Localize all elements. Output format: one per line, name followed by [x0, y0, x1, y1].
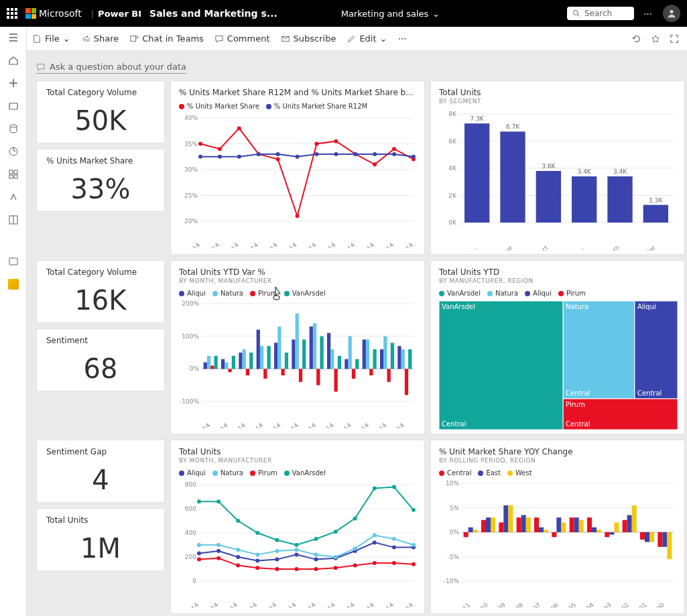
plus-icon[interactable] [8, 78, 19, 88]
kpi-tile[interactable]: Total Category Volume50K [36, 80, 165, 143]
page-selector[interactable]: Marketing and sales ⌄ [341, 9, 440, 19]
learn-icon[interactable] [8, 214, 19, 225]
svg-text:P-00: P-00 [651, 601, 666, 608]
favorite-icon[interactable] [651, 34, 660, 44]
svg-rect-86 [643, 205, 668, 223]
svg-text:Jul-14: Jul-14 [300, 601, 317, 608]
data-hub-icon[interactable] [8, 123, 19, 134]
file-menu[interactable]: File⌄ [32, 34, 70, 44]
svg-rect-278 [503, 505, 508, 532]
svg-point-53 [276, 152, 280, 156]
svg-rect-116 [310, 326, 313, 369]
more-icon[interactable]: ⋯ [398, 34, 408, 44]
svg-text:8K: 8K [448, 111, 457, 117]
svg-rect-159 [439, 301, 563, 430]
workspaces-icon[interactable] [8, 256, 19, 267]
svg-point-58 [373, 152, 377, 156]
svg-text:P-08: P-08 [510, 601, 524, 608]
svg-text:P-07: P-07 [528, 601, 542, 608]
svg-rect-293 [561, 522, 566, 532]
svg-point-237 [353, 516, 357, 520]
svg-text:Nov-14: Nov-14 [368, 422, 388, 428]
chat-teams-button[interactable]: Chat in Teams [129, 34, 204, 44]
svg-text:1.3K: 1.3K [649, 197, 663, 204]
goals-icon[interactable] [8, 146, 19, 157]
svg-rect-137 [263, 369, 267, 379]
app-launcher-icon[interactable] [7, 8, 17, 19]
svg-point-4 [10, 125, 17, 127]
svg-text:600: 600 [185, 505, 196, 512]
svg-rect-154 [355, 359, 359, 369]
svg-rect-8 [9, 175, 13, 178]
svg-rect-157 [408, 349, 412, 369]
kpi-tile[interactable]: Total Category Volume16K [36, 260, 165, 323]
svg-rect-290 [508, 505, 513, 532]
svg-point-222 [294, 567, 298, 571]
svg-text:Aug-14: Aug-14 [316, 601, 336, 608]
svg-text:Sep-14: Sep-14 [333, 422, 353, 428]
user-avatar[interactable] [663, 5, 680, 22]
svg-point-49 [198, 155, 202, 159]
kpi-tile[interactable]: Total Units1M [36, 508, 165, 571]
svg-point-43 [314, 142, 318, 146]
svg-point-60 [412, 155, 416, 159]
chart-svg: -10%-5%0%5%10%P-11P-10P-09P-08P-07P-06P-… [439, 481, 678, 608]
tile-market-share-line[interactable]: % Units Market Share R12M and % Units Ma… [170, 80, 425, 255]
tile-segment-bar[interactable]: Total Units BY SEGMENT 0K2K4K6K8K7.3KPro… [430, 80, 685, 255]
svg-point-223 [314, 567, 318, 571]
svg-text:Jan-14: Jan-14 [182, 241, 201, 248]
tile-yoy[interactable]: % Unit Market Share YOY Change BY ROLLIN… [430, 440, 685, 614]
svg-rect-135 [229, 369, 232, 372]
browse-icon[interactable] [8, 101, 19, 111]
svg-point-211 [314, 552, 318, 556]
tile-treemap[interactable]: Total Units YTD BY MANUFACTURER, REGION … [430, 260, 685, 434]
tile-ytd-var[interactable]: Total Units YTD Var % BY MONTH, MANUFACT… [170, 260, 425, 434]
svg-text:Mar-14: Mar-14 [221, 241, 240, 248]
svg-rect-155 [373, 349, 376, 369]
svg-text:May-14: May-14 [257, 601, 278, 608]
hamburger-icon[interactable] [8, 32, 19, 43]
svg-line-1 [578, 15, 580, 17]
svg-point-51 [237, 155, 241, 159]
svg-rect-156 [391, 343, 394, 369]
svg-rect-298 [649, 532, 654, 542]
edit-button[interactable]: Edit⌄ [347, 34, 387, 44]
svg-point-217 [197, 558, 201, 562]
powerbi-workspace-icon[interactable] [8, 279, 19, 290]
svg-point-193 [197, 552, 201, 556]
svg-rect-292 [544, 530, 548, 532]
svg-text:Regular: Regular [635, 244, 657, 251]
svg-point-232 [255, 531, 259, 535]
share-button[interactable]: Share [81, 34, 119, 44]
comment-button[interactable]: Comment [214, 34, 270, 44]
kpi-tile[interactable]: % Units Market Share33% [36, 149, 165, 212]
kpi-tile[interactable]: Sentiment68 [36, 328, 165, 391]
deployment-icon[interactable] [8, 192, 19, 202]
qa-input[interactable]: Ask a question about your data [36, 60, 186, 74]
global-search[interactable]: Search [567, 7, 634, 20]
svg-rect-123 [225, 363, 228, 369]
subscribe-button[interactable]: Subscribe [281, 34, 336, 44]
svg-rect-110 [204, 363, 207, 369]
fullscreen-icon[interactable] [670, 34, 679, 44]
home-icon[interactable] [8, 55, 19, 66]
svg-rect-266 [499, 522, 503, 532]
more-icon[interactable]: ⋯ [643, 9, 653, 19]
apps-icon[interactable] [8, 169, 19, 180]
svg-text:Nov-14: Nov-14 [375, 601, 395, 608]
svg-text:Apr-14: Apr-14 [246, 422, 265, 428]
svg-text:Jul-14: Jul-14 [300, 241, 318, 248]
dashboard-canvas: Ask a question about your data Total Cat… [27, 51, 687, 616]
svg-rect-147 [232, 356, 235, 369]
svg-text:2K: 2K [448, 192, 457, 199]
tile-units-line[interactable]: Total Units BY MONTH, MANUFACTURER Aliqu… [170, 440, 425, 614]
svg-text:Mar-14: Mar-14 [220, 601, 239, 608]
svg-rect-136 [246, 369, 249, 375]
svg-text:Dec-14: Dec-14 [395, 241, 415, 248]
svg-point-239 [392, 485, 396, 489]
refresh-icon[interactable] [632, 34, 641, 44]
kpi-tile[interactable]: Sentiment Gap4 [36, 440, 165, 503]
svg-rect-153 [338, 356, 341, 369]
workspace-name[interactable]: Sales and Marketing s... [149, 8, 277, 19]
svg-text:3.8K: 3.8K [542, 163, 556, 170]
